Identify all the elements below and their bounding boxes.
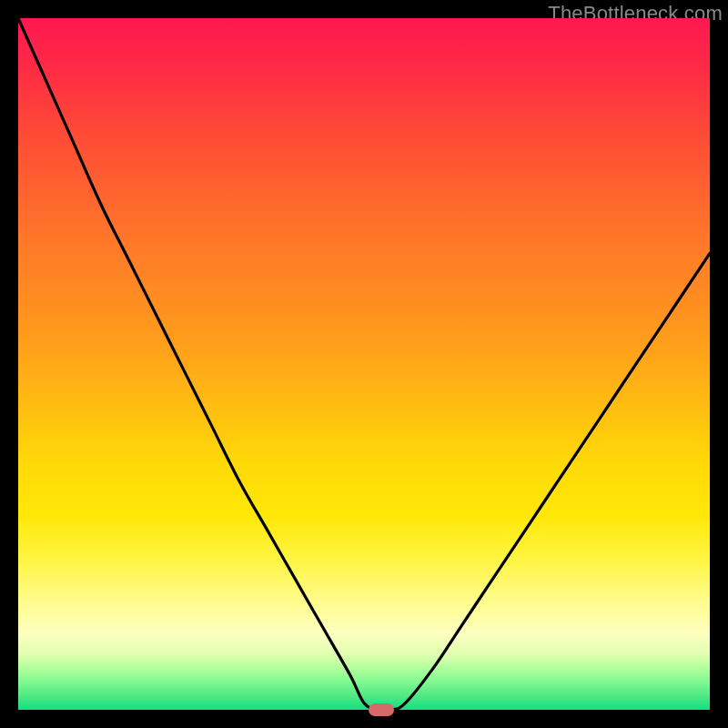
- chart-container: TheBottleneck.com: [0, 0, 728, 728]
- minimum-marker: [369, 703, 394, 716]
- plot-area: [18, 18, 710, 710]
- bottleneck-curve: [18, 18, 710, 710]
